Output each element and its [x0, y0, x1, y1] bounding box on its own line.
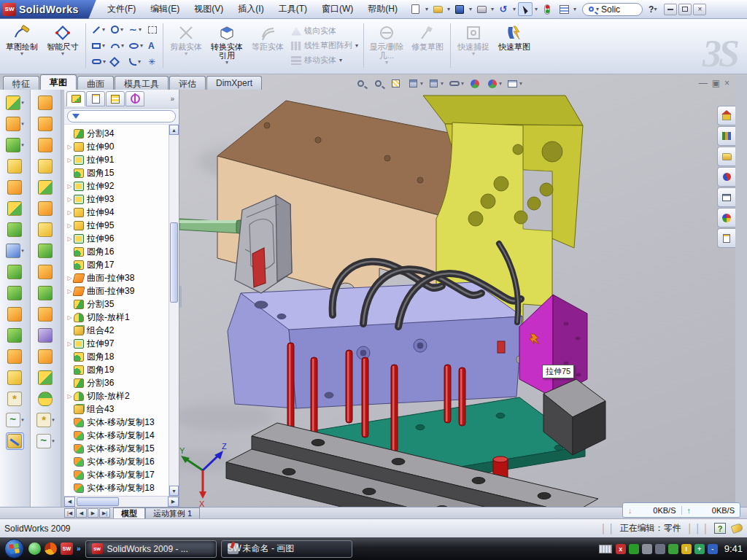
feature-tree-item[interactable]: ▷ 曲面-拉伸38: [66, 271, 169, 284]
mold-toolbar-button[interactable]: [38, 94, 53, 112]
convert-entities-button[interactable]: 转换实体引用▾: [206, 20, 247, 71]
feature-tree-item[interactable]: 圆角16: [66, 245, 169, 258]
heads-up-button[interactable]: ▾: [407, 77, 423, 90]
feature-tree-item[interactable]: ▷ 切除-放样1: [66, 311, 169, 324]
mold-toolbar-button[interactable]: [38, 390, 53, 408]
features-toolbar-button[interactable]: [7, 306, 23, 323]
mold-toolbar-button[interactable]: [38, 242, 53, 260]
quicklaunch-overflow-button[interactable]: »: [77, 545, 81, 553]
taskbar-task-button[interactable]: SW SolidWorks 2009 - ...: [85, 540, 217, 558]
mold-toolbar-button[interactable]: [38, 158, 53, 175]
expand-arrow-icon[interactable]: ▷: [66, 236, 74, 242]
mold-toolbar-button[interactable]: [38, 263, 53, 281]
sketch-fillet-tool[interactable]: ▾: [127, 54, 145, 70]
menu-item[interactable]: 编辑(E): [144, 0, 186, 18]
slot-tool[interactable]: ▾: [90, 54, 108, 70]
expand-arrow-icon[interactable]: ▷: [66, 183, 74, 190]
feature-tree-item[interactable]: 圆角17: [66, 258, 169, 271]
safety-shield-icon[interactable]: +: [694, 544, 705, 554]
start-button[interactable]: [4, 539, 24, 559]
task-pane-button[interactable]: [717, 106, 735, 125]
model-canvas[interactable]: Y Z X: [179, 74, 735, 507]
task-pane-button[interactable]: [717, 126, 735, 146]
feature-tree-item[interactable]: ▷ 拉伸94: [66, 206, 169, 219]
taskbar-task-button[interactable]: SW 未命名 - 画图: [221, 540, 352, 558]
task-pane-button[interactable]: [717, 228, 735, 248]
antivirus-alert-icon[interactable]: x: [616, 544, 626, 554]
features-toolbar-button[interactable]: ▾: [6, 411, 24, 429]
features-toolbar-button[interactable]: [7, 221, 23, 238]
ellipse-tool[interactable]: ▾: [127, 38, 145, 54]
features-toolbar-button[interactable]: [6, 432, 24, 450]
tab-featuremanager[interactable]: [66, 91, 85, 106]
polygon-tool[interactable]: [109, 54, 126, 70]
arc-tool[interactable]: ▾: [109, 38, 126, 54]
help-caret[interactable]: ▾: [654, 6, 657, 12]
feature-tree-item[interactable]: ▷ 拉伸93: [66, 192, 169, 206]
feature-tree-item[interactable]: ▷ 曲面-拉伸39: [66, 284, 169, 298]
feature-tree-item[interactable]: 分割34: [66, 127, 169, 140]
feature-tree-item[interactable]: 实体-移动/复制18: [66, 481, 169, 494]
expand-arrow-icon[interactable]: ▷: [66, 341, 74, 347]
rebuild-button[interactable]: [540, 2, 554, 16]
feature-tree-item[interactable]: 分割36: [66, 376, 169, 389]
hscroll-thumb[interactable]: [77, 497, 119, 506]
new-file-button[interactable]: [409, 2, 423, 16]
model-tab[interactable]: 运动算例 1: [145, 508, 200, 518]
open-file-button[interactable]: [430, 2, 445, 16]
offset-entities-button[interactable]: 等距实体: [247, 20, 288, 71]
print-button[interactable]: [474, 2, 489, 16]
feature-tree-item[interactable]: 圆角15: [66, 166, 169, 179]
next-tab-button[interactable]: ▶: [88, 508, 98, 518]
save-button[interactable]: [452, 2, 467, 16]
mold-toolbar-button[interactable]: [38, 115, 53, 133]
feature-tree-item[interactable]: 实体-移动/复制16: [66, 455, 169, 468]
features-toolbar-button[interactable]: [7, 369, 23, 386]
mold-toolbar-button[interactable]: [38, 136, 53, 154]
smart-dimension-button[interactable]: 智能尺寸▾: [42, 20, 83, 71]
help-button[interactable]: ?: [649, 4, 654, 15]
command-tab[interactable]: 评估: [169, 76, 206, 90]
circle-tool[interactable]: ▾: [109, 22, 126, 38]
text-tool[interactable]: A: [146, 38, 159, 54]
feature-tree-item[interactable]: ▷ 拉伸95: [66, 219, 169, 232]
tree-horizontal-scrollbar[interactable]: ◀ ▶: [64, 496, 179, 507]
undo-button[interactable]: ↺: [496, 2, 511, 16]
quick-tips-button[interactable]: ?: [714, 523, 726, 534]
expand-arrow-icon[interactable]: ▷: [66, 314, 74, 321]
heads-up-button[interactable]: [468, 77, 481, 90]
rectangle-tool[interactable]: ▾: [90, 38, 108, 54]
features-toolbar-button[interactable]: ▾: [6, 242, 24, 260]
search-caret[interactable]: ▾: [596, 6, 599, 12]
features-toolbar-button[interactable]: ▾: [6, 115, 24, 133]
restore-button[interactable]: [678, 4, 692, 15]
minimize-button[interactable]: [664, 4, 677, 15]
panel-overflow-button[interactable]: »: [168, 95, 177, 103]
mold-toolbar-button[interactable]: ▾: [36, 432, 55, 450]
feature-tree-item[interactable]: ▷ 拉伸97: [66, 337, 169, 350]
mold-toolbar-button[interactable]: [38, 327, 53, 344]
task-pane-button[interactable]: [717, 187, 735, 207]
keyboard-layout-icon[interactable]: [599, 545, 612, 553]
feature-tree-item[interactable]: 实体-移动/复制13: [66, 416, 169, 429]
menu-item[interactable]: 文件(F): [101, 0, 142, 18]
solidworks-quicklaunch-icon[interactable]: SW: [61, 542, 73, 555]
lavender-mold-block[interactable]: [228, 282, 537, 408]
features-toolbar-button[interactable]: ▾: [6, 136, 24, 154]
doc-minimize-button[interactable]: —: [699, 79, 708, 88]
network-warning-icon[interactable]: !: [681, 544, 692, 554]
heads-up-button[interactable]: ▾: [486, 77, 502, 90]
heads-up-button[interactable]: [355, 77, 368, 90]
feature-tree-item[interactable]: 圆角18: [66, 350, 169, 363]
update-clock-icon[interactable]: [642, 544, 652, 554]
quick-snaps-button[interactable]: 快速捕捉▾: [453, 20, 494, 71]
command-tab[interactable]: 曲面: [77, 76, 114, 90]
scroll-left-arrow[interactable]: ◀: [64, 497, 75, 507]
connection-icon[interactable]: [668, 544, 678, 554]
command-tab[interactable]: 特征: [3, 76, 39, 90]
mold-toolbar-button[interactable]: [38, 369, 53, 386]
select-button[interactable]: [518, 2, 533, 16]
display-delete-relations-button[interactable]: 显示/删除几...▾: [366, 20, 407, 71]
last-tab-button[interactable]: ▶|: [99, 508, 110, 518]
mold-toolbar-button[interactable]: [38, 306, 53, 323]
